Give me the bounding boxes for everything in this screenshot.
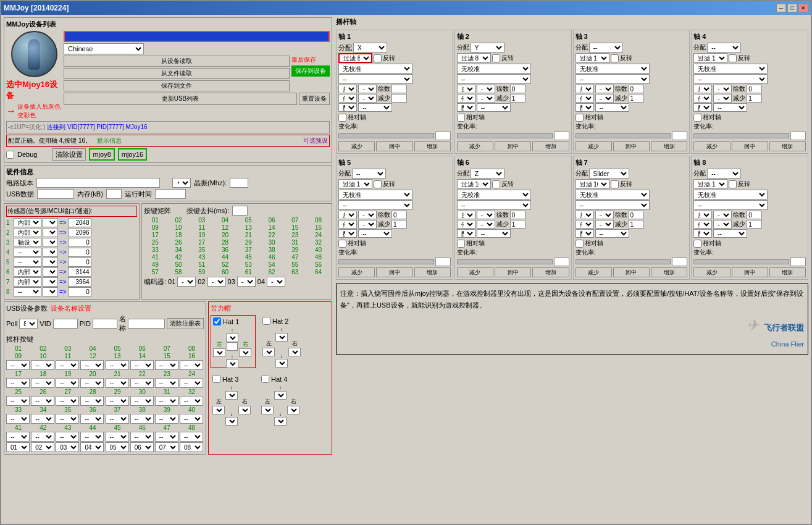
axis4-coeff-select[interactable]: -- xyxy=(713,85,732,93)
joy-btn-select[interactable]: 01 xyxy=(6,442,30,452)
enc2-select[interactable]: -- xyxy=(207,277,226,287)
axis2-invert-cb[interactable] xyxy=(492,54,500,62)
sensor-val-input[interactable] xyxy=(68,248,91,257)
axis8-stop-input[interactable] xyxy=(747,220,762,229)
axis7-less-btn[interactable]: 减少 xyxy=(576,267,612,277)
axis5-scale-select[interactable]: 放大 xyxy=(338,211,357,219)
sensor-src-select[interactable]: 内部 xyxy=(14,267,41,277)
read-from-device-btn[interactable]: 从设备读取 xyxy=(64,56,290,67)
axis8-minus-select[interactable]: -- xyxy=(713,220,732,229)
hat1-center-input[interactable]: 13 xyxy=(227,342,238,351)
axis5-coeff-input[interactable] xyxy=(391,211,407,219)
axis3-assign-select[interactable]: -- xyxy=(589,43,623,52)
joy-btn-select[interactable]: -- xyxy=(80,360,104,370)
axis5-less-btn[interactable]: 减少 xyxy=(338,267,375,277)
joy-btn-select[interactable]: 03 xyxy=(56,442,79,452)
joy-btn-select[interactable]: -- xyxy=(130,414,154,424)
joy-btn-select[interactable]: -- xyxy=(31,396,54,406)
sensor-port-select[interactable]: 7 xyxy=(43,277,58,287)
clear-reg-btn[interactable]: 清除注册表 xyxy=(167,318,204,329)
hat2-checkbox[interactable] xyxy=(262,317,270,325)
crystal-input[interactable]: 12 xyxy=(230,178,248,188)
joy-btn-select[interactable]: -- xyxy=(130,360,154,370)
axis4-slider[interactable] xyxy=(693,133,789,138)
sensor-val-input[interactable] xyxy=(68,218,91,227)
sensor-port-select[interactable]: -- xyxy=(43,238,58,247)
board-select[interactable]: ▼ xyxy=(172,178,191,188)
joy-btn-select[interactable]: -- xyxy=(155,432,178,442)
axis6-calib2-select[interactable]: -- xyxy=(457,200,531,210)
axis6-coeff-select[interactable]: -- xyxy=(477,211,495,219)
joy-btn-select[interactable]: -- xyxy=(31,360,54,370)
axis4-stop-select[interactable]: 停止 xyxy=(693,94,712,103)
axis1-filter-select[interactable]: 过滤 8 xyxy=(338,53,372,63)
axis2-filter-select[interactable]: 过滤 8 xyxy=(457,53,491,63)
axis3-slider[interactable] xyxy=(576,133,671,138)
axis5-filter-select[interactable]: 过滤 1 xyxy=(338,179,372,189)
joy-btn-select[interactable]: -- xyxy=(130,432,154,442)
joy-btn-select[interactable]: -- xyxy=(80,414,104,424)
axis3-level2-select[interactable]: -- xyxy=(595,103,629,112)
axis8-less-btn[interactable]: 减少 xyxy=(693,267,730,277)
axis2-minus-select[interactable]: -- xyxy=(477,94,495,103)
enc4-select[interactable]: -- xyxy=(267,277,285,287)
axis4-level-select[interactable]: 配平 xyxy=(693,103,712,112)
axis2-stop-select[interactable]: 停止 xyxy=(457,94,475,103)
joy-btn-select[interactable]: 07 xyxy=(155,442,178,452)
axis6-slider-val[interactable] xyxy=(554,258,569,266)
axis7-invert-cb[interactable] xyxy=(611,180,619,188)
axis1-level-select[interactable]: 配平 xyxy=(338,103,357,112)
axis5-stop-select[interactable]: 停止 xyxy=(338,220,357,229)
axis2-calib2-select[interactable]: -- xyxy=(457,74,531,84)
axis6-level2-select[interactable]: -- xyxy=(477,229,511,238)
joy-btn-select[interactable]: -- xyxy=(155,378,178,388)
joy-btn-select[interactable]: -- xyxy=(80,432,104,442)
runtime-input[interactable]: 1:17:59 xyxy=(155,189,186,199)
axis1-center-btn[interactable]: 回中 xyxy=(376,141,412,151)
joy-btn-select[interactable]: 04 xyxy=(80,442,104,452)
axis6-level-select[interactable]: 配平 xyxy=(457,229,475,238)
axis4-invert-cb[interactable] xyxy=(729,54,737,62)
vid-input[interactable]: 7777 xyxy=(53,319,78,329)
axis8-stop-select[interactable]: 停止 xyxy=(693,220,712,229)
axis7-level2-select[interactable]: -- xyxy=(595,229,629,238)
hat2-down-select[interactable]: ▼ xyxy=(275,359,288,368)
axis7-calib2-select[interactable]: -- xyxy=(576,200,650,210)
axis5-more-btn[interactable]: 增加 xyxy=(414,267,451,277)
axis3-calib-select[interactable]: 无校准 xyxy=(576,64,650,74)
sensor-src-select[interactable]: 内部 xyxy=(14,228,41,237)
axis6-relative-cb[interactable] xyxy=(457,240,465,248)
axis4-coeff-input[interactable] xyxy=(747,85,762,93)
joy-btn-select[interactable]: -- xyxy=(6,432,30,442)
axis7-slider[interactable] xyxy=(576,259,671,264)
axis7-filter-select[interactable]: 过滤 10 xyxy=(576,179,609,189)
pid-input[interactable]: 7777 xyxy=(93,319,117,329)
axis2-calib-select[interactable]: 无校准 xyxy=(457,64,531,74)
joy-btn-select[interactable]: -- xyxy=(180,432,203,442)
axis2-relative-cb[interactable] xyxy=(457,114,465,122)
axis1-calib-select[interactable]: 无校准 xyxy=(338,64,412,74)
axis7-coeff-input[interactable] xyxy=(629,211,644,219)
axis7-scale-select[interactable]: 放大 xyxy=(576,211,594,219)
debounce-input[interactable]: 5 xyxy=(232,206,248,216)
axis4-filter-select[interactable]: 过滤 1 xyxy=(693,53,727,63)
joy-btn-select[interactable]: -- xyxy=(106,414,129,424)
axis1-stop-input[interactable]: 1 xyxy=(391,94,407,103)
axis1-calib2-select[interactable]: -- xyxy=(338,74,412,84)
sensor-src-select[interactable]: -- xyxy=(14,258,41,267)
axis3-invert-cb[interactable] xyxy=(611,54,619,62)
close-button[interactable]: ✕ xyxy=(798,4,808,12)
axis2-assign-select[interactable]: Y xyxy=(471,43,504,52)
joy-btn-select[interactable]: 02 xyxy=(31,442,54,452)
axis8-coeff-select[interactable]: -- xyxy=(713,211,732,219)
axis7-calib-select[interactable]: 无校准 xyxy=(576,190,650,200)
axis3-calib2-select[interactable]: -- xyxy=(576,74,650,84)
axis6-minus-select[interactable]: -- xyxy=(477,220,495,229)
axis8-calib-select[interactable]: 无校准 xyxy=(693,190,768,200)
axis6-assign-select[interactable]: Z xyxy=(471,169,504,178)
axis1-minus-select[interactable]: -- xyxy=(358,94,377,103)
axis3-level-select[interactable]: 配平 xyxy=(576,103,594,112)
joy-btn-select[interactable]: 08 xyxy=(180,442,203,452)
sensor-src-select[interactable]: 轴设置 xyxy=(14,238,41,247)
axis1-more-btn[interactable]: 增加 xyxy=(414,141,451,151)
